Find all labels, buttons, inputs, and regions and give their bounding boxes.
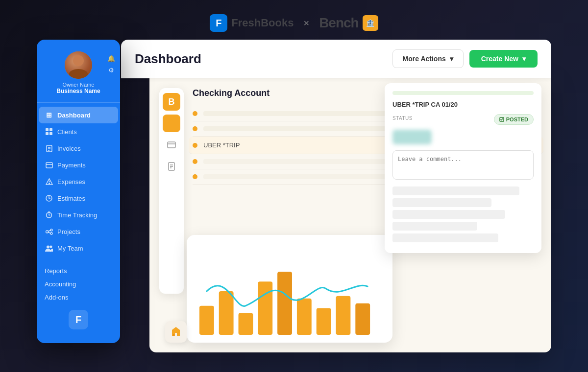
- transaction-dot: [193, 126, 197, 131]
- freshbooks-bottom-icon[interactable]: F: [69, 310, 88, 329]
- payments-icon: [45, 161, 53, 169]
- logos-bar: F FreshBooks × Bench 🏦: [210, 14, 378, 32]
- svg-rect-34: [297, 299, 312, 335]
- uber-trip-label: UBER *TRIP: [203, 141, 240, 149]
- svg-point-12: [49, 183, 49, 184]
- sidebar-item-clients[interactable]: Clients: [39, 123, 118, 140]
- status-badge: POSTED: [494, 114, 534, 125]
- sidebar-item-time-tracking[interactable]: Time Tracking: [39, 207, 118, 223]
- time-tracking-icon: [45, 210, 53, 219]
- svg-point-21: [47, 245, 49, 248]
- sidebar-item-payments[interactable]: Payments: [39, 157, 118, 173]
- transaction-detail-panel: UBER *TRIP CA 01/20 STATUS POSTED: [385, 83, 541, 253]
- svg-rect-31: [239, 313, 253, 335]
- freshbooks-f-icon: F: [210, 14, 227, 32]
- my-team-icon: [45, 244, 53, 253]
- sidebar-item-dashboard[interactable]: ⊞ Dashboard: [39, 107, 118, 123]
- svg-line-19: [48, 230, 50, 231]
- detail-row-5: [392, 233, 498, 242]
- sidebar-item-invoices-label: Invoices: [57, 145, 81, 152]
- freshbooks-logo: F FreshBooks: [210, 14, 294, 32]
- x-separator: ×: [303, 18, 309, 29]
- transaction-dot: [193, 159, 197, 164]
- svg-rect-1: [49, 128, 52, 131]
- main-content: Dashboard More Actions ▾ Create New ▾: [116, 40, 551, 358]
- sidebar: 🔔 ⚙ Owner Name Business Name ⊞ Dashboard…: [37, 40, 120, 343]
- status-label: STATUS: [392, 116, 413, 121]
- more-actions-label: More Actions: [403, 55, 446, 63]
- comment-input[interactable]: [392, 150, 534, 180]
- svg-rect-2: [46, 132, 49, 135]
- svg-rect-3: [49, 132, 52, 135]
- sidebar-item-expenses[interactable]: Expenses: [39, 173, 118, 190]
- dashboard-icon: ⊞: [45, 111, 53, 119]
- mini-icon-doc[interactable]: [163, 158, 180, 175]
- sidebar-bottom: F: [37, 304, 120, 335]
- sidebar-item-reports-label: Reports: [45, 267, 67, 275]
- sidebar-item-add-ons[interactable]: Add-ons: [39, 291, 118, 304]
- svg-line-20: [48, 232, 50, 233]
- status-row: STATUS POSTED: [392, 114, 534, 125]
- avatar: [65, 51, 92, 79]
- svg-point-17: [50, 229, 52, 231]
- sidebar-item-my-team[interactable]: My Team: [39, 240, 118, 256]
- avatar-image: [65, 51, 92, 79]
- nav-secondary: Reports Accounting Add-ons: [37, 264, 120, 304]
- app-wrapper: 🔔 ⚙ Owner Name Business Name ⊞ Dashboard…: [37, 40, 551, 358]
- sidebar-item-projects-label: Projects: [57, 228, 80, 235]
- business-name: Business Name: [56, 88, 100, 94]
- checking-account-title: Checking Account: [193, 88, 270, 98]
- create-new-button[interactable]: Create New ▾: [469, 50, 538, 68]
- svg-rect-33: [277, 272, 292, 335]
- transaction-dot: [193, 143, 197, 148]
- mini-icon-card[interactable]: [163, 136, 180, 154]
- bench-logo: Bench 🏦: [319, 15, 378, 31]
- bench-bottom-icon: [165, 321, 187, 343]
- sidebar-top-icons: 🔔 ⚙: [106, 53, 116, 75]
- header-actions: More Actions ▾ Create New ▾: [392, 49, 538, 68]
- chart-container: [187, 235, 392, 343]
- settings-icon[interactable]: ⚙: [106, 65, 116, 75]
- svg-rect-0: [46, 128, 49, 131]
- sidebar-item-estimates[interactable]: Estimates: [39, 190, 118, 207]
- dashboard-header: Dashboard More Actions ▾ Create New ▾: [121, 40, 551, 78]
- projects-icon: [45, 227, 53, 236]
- page-title: Dashboard: [135, 51, 201, 67]
- sidebar-item-reports[interactable]: Reports: [39, 264, 118, 278]
- notification-icon[interactable]: 🔔: [106, 53, 116, 63]
- svg-rect-23: [168, 142, 175, 148]
- expenses-icon: [45, 177, 53, 186]
- svg-rect-32: [258, 281, 272, 335]
- sidebar-item-my-team-label: My Team: [57, 245, 83, 252]
- more-actions-button[interactable]: More Actions ▾: [392, 49, 464, 68]
- status-value: POSTED: [506, 116, 528, 122]
- svg-rect-38: [173, 334, 174, 336]
- transaction-dot: [193, 174, 197, 179]
- svg-point-16: [46, 231, 48, 233]
- svg-rect-36: [336, 296, 351, 335]
- svg-rect-29: [199, 306, 214, 335]
- transaction-dot: [193, 111, 197, 116]
- detail-row-4: [392, 222, 477, 231]
- sidebar-item-time-tracking-label: Time Tracking: [57, 211, 97, 219]
- detail-transaction-label: UBER *TRIP CA 01/20: [392, 101, 458, 108]
- mini-icon-b[interactable]: B: [163, 93, 180, 111]
- svg-point-18: [50, 232, 52, 234]
- svg-point-22: [50, 245, 52, 248]
- sidebar-item-add-ons-label: Add-ons: [45, 294, 68, 301]
- sidebar-item-dashboard-label: Dashboard: [57, 112, 91, 119]
- sidebar-item-accounting[interactable]: Accounting: [39, 278, 118, 291]
- green-accent-bar: [392, 91, 534, 95]
- mini-icon-home[interactable]: [163, 115, 180, 132]
- detail-row-2: [392, 198, 491, 207]
- detail-row-1: [392, 186, 519, 195]
- sidebar-item-projects[interactable]: Projects: [39, 223, 118, 240]
- detail-row-3: [392, 210, 505, 219]
- sidebar-item-estimates-label: Estimates: [57, 195, 85, 202]
- create-new-chevron-icon: ▾: [522, 55, 526, 63]
- clients-icon: [45, 127, 53, 136]
- sidebar-item-invoices[interactable]: Invoices: [39, 140, 118, 157]
- sidebar-user-section: 🔔 ⚙ Owner Name Business Name: [37, 47, 120, 103]
- svg-rect-37: [355, 303, 370, 335]
- svg-rect-35: [317, 308, 331, 335]
